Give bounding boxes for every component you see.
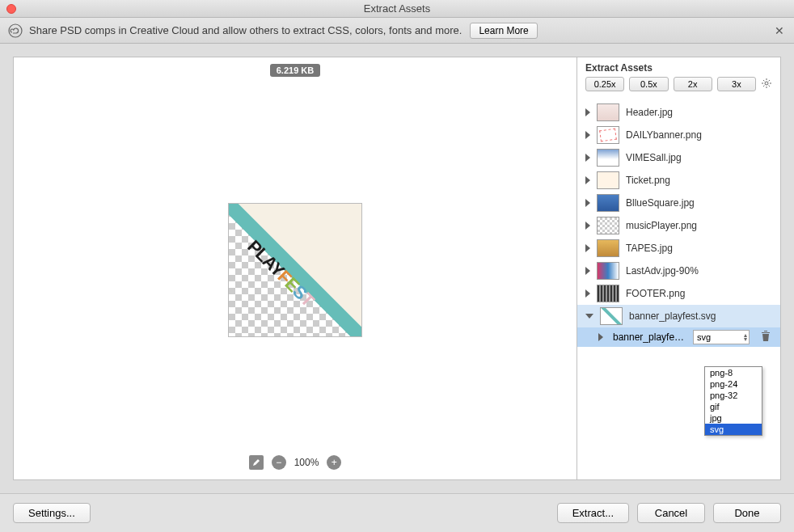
asset-row[interactable]: Header.jpg: [577, 101, 780, 124]
format-option[interactable]: jpg: [705, 412, 762, 424]
asset-thumbnail: [597, 285, 619, 302]
asset-row[interactable]: BllueSquare.jpg: [577, 192, 780, 214]
zoom-label: 100%: [294, 457, 319, 468]
settings-button[interactable]: Settings...: [13, 503, 91, 523]
asset-sub-row[interactable]: banner_playfest.svsvg▴▾: [577, 327, 780, 347]
learn-more-button[interactable]: Learn More: [470, 23, 537, 39]
preview-image: PLAYFEST: [228, 203, 362, 337]
gear-icon[interactable]: [761, 78, 772, 91]
disclosure-triangle-icon[interactable]: [585, 199, 590, 207]
infobar-close-icon[interactable]: ✕: [775, 24, 784, 37]
infobar: Share PSD comps in Creative Cloud and al…: [0, 18, 794, 44]
window-title: Extract Assets: [0, 2, 794, 15]
asset-thumbnail: [597, 262, 619, 280]
asset-thumbnail: [597, 239, 619, 257]
asset-sub-name: banner_playfest.sv: [610, 331, 686, 343]
disclosure-triangle-icon[interactable]: [585, 289, 590, 298]
filesize-badge: 6.219 KB: [270, 64, 320, 77]
edit-icon[interactable]: [249, 455, 264, 470]
trash-icon[interactable]: [761, 331, 772, 344]
titlebar: Extract Assets: [0, 0, 794, 18]
asset-thumbnail: [597, 149, 619, 167]
format-option[interactable]: svg: [705, 424, 762, 435]
zoom-in-button[interactable]: +: [327, 455, 341, 470]
preview-panel: 6.219 KB PLAYFEST − 100% +: [13, 57, 577, 480]
format-select[interactable]: svg▴▾: [693, 330, 750, 344]
assets-panel-header: Extract Assets: [577, 57, 780, 77]
asset-row[interactable]: TAPES.jpg: [577, 237, 780, 260]
scale-0-25x-button[interactable]: 0.25x: [585, 77, 624, 91]
asset-thumbnail: [597, 126, 619, 144]
cancel-button[interactable]: Cancel: [637, 503, 705, 523]
assets-panel: Extract Assets 0.25x 0.5x 2x 3x Header.j…: [577, 57, 781, 480]
disclosure-triangle-icon[interactable]: [585, 176, 590, 184]
zoom-out-button[interactable]: −: [272, 455, 286, 470]
asset-name-label: LastAdv.jpg-90%: [626, 265, 772, 277]
format-dropdown-menu[interactable]: png-8png-24png-32gifjpgsvg: [704, 366, 762, 436]
asset-thumbnail: [597, 171, 619, 189]
scale-2x-button[interactable]: 2x: [674, 77, 712, 91]
asset-row[interactable]: Ticket.png: [577, 169, 780, 192]
footer: Settings... Extract... Cancel Done: [0, 493, 794, 532]
format-option[interactable]: png-24: [705, 378, 762, 390]
asset-row[interactable]: banner_playfest.svg: [577, 305, 780, 327]
disclosure-triangle-icon[interactable]: [598, 333, 603, 341]
disclosure-triangle-icon[interactable]: [585, 244, 590, 252]
asset-row[interactable]: DAILYbanner.png: [577, 124, 780, 146]
asset-thumbnail: [597, 103, 619, 121]
asset-row[interactable]: LastAdv.jpg-90%: [577, 260, 780, 282]
format-option[interactable]: png-8: [705, 367, 762, 378]
asset-name-label: BllueSquare.jpg: [626, 197, 772, 209]
asset-name-label: banner_playfest.svg: [629, 310, 772, 322]
creative-cloud-icon: [8, 23, 23, 38]
format-option[interactable]: gif: [705, 401, 762, 412]
asset-thumbnail: [597, 217, 619, 234]
format-option[interactable]: png-32: [705, 390, 762, 401]
asset-row[interactable]: FOOTER.png: [577, 282, 780, 305]
extract-button[interactable]: Extract...: [557, 503, 629, 523]
disclosure-triangle-icon[interactable]: [585, 222, 590, 230]
asset-name-label: Header.jpg: [626, 107, 772, 118]
asset-thumbnail: [597, 194, 619, 212]
asset-name-label: TAPES.jpg: [626, 243, 772, 254]
disclosure-triangle-icon[interactable]: [585, 131, 590, 139]
asset-thumbnail: [600, 307, 623, 325]
done-button[interactable]: Done: [713, 503, 781, 523]
scale-3x-button[interactable]: 3x: [717, 77, 756, 91]
asset-name-label: VIMESall.jpg: [626, 152, 772, 163]
disclosure-triangle-icon[interactable]: [585, 108, 590, 116]
asset-name-label: FOOTER.png: [626, 288, 772, 299]
disclosure-triangle-icon[interactable]: [585, 154, 590, 162]
asset-name-label: musicPlayer.png: [626, 220, 772, 231]
scale-0-5x-button[interactable]: 0.5x: [629, 77, 668, 91]
asset-row[interactable]: musicPlayer.png: [577, 214, 780, 237]
asset-name-label: Ticket.png: [626, 175, 772, 186]
disclosure-triangle-icon[interactable]: [585, 314, 593, 319]
asset-list: Header.jpgDAILYbanner.pngVIMESall.jpgTic…: [577, 98, 780, 479]
svg-point-1: [765, 82, 768, 85]
asset-row[interactable]: VIMESall.jpg: [577, 146, 780, 169]
infobar-text: Share PSD comps in Creative Cloud and al…: [29, 24, 462, 36]
disclosure-triangle-icon[interactable]: [585, 267, 590, 275]
asset-name-label: DAILYbanner.png: [626, 129, 772, 141]
